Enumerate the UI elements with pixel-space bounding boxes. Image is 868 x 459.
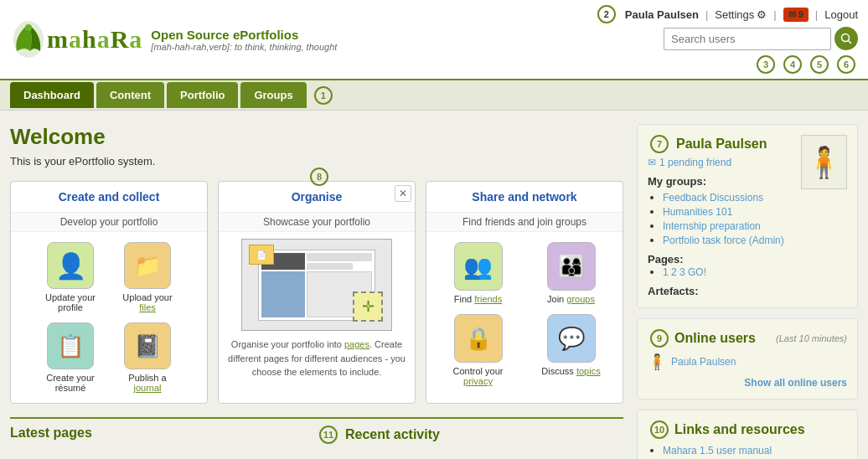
circle-7: 7 — [650, 135, 669, 153]
circle-1: 1 — [314, 86, 333, 105]
nav-tab-dashboard[interactable]: Dashboard — [10, 82, 94, 108]
journal-link[interactable]: journal — [133, 383, 161, 393]
artefacts-heading: Artefacts: — [648, 285, 847, 297]
tagline-title: Open Source ePortfolios — [151, 28, 337, 42]
show-all-area: Show all online users — [648, 376, 847, 389]
pending-friend-link[interactable]: 1 pending friend — [659, 157, 731, 168]
profile-name: Paula Paulsen — [676, 137, 767, 152]
groups-link[interactable]: groups — [566, 294, 595, 304]
files-link[interactable]: files — [139, 302, 156, 312]
circle-row: 3 4 5 6 — [754, 55, 858, 74]
links-resources-heading: Links and resources — [674, 422, 805, 437]
upload-files-label: Upload your files — [114, 292, 181, 312]
circle-9: 9 — [650, 329, 669, 348]
bottom-labels: Latest pages 11 Recent activity — [10, 417, 623, 444]
settings-label: Settings — [715, 8, 754, 21]
inbox-count: 9 — [798, 9, 803, 19]
update-profile-item: 👤 Update yourprofile — [37, 242, 104, 312]
online-users-heading: Online users — [674, 331, 756, 346]
main-content: Welcome This is your ePortfolio system. … — [0, 111, 868, 459]
pages-item-1: 1 2 3 GO! — [663, 266, 847, 278]
user-name: Paula Paulsen — [625, 8, 699, 21]
nav-tab-content[interactable]: Content — [96, 82, 164, 108]
online-user-row: 🧍 Paula Paulsen — [648, 353, 847, 371]
latest-pages-section: Latest pages — [10, 425, 317, 444]
welcome-section: Welcome This is your ePortfolio system. — [10, 124, 623, 168]
find-friends-label: Find friends — [454, 294, 503, 304]
welcome-text: This is your ePortfolio system. — [10, 155, 623, 168]
settings-link[interactable]: Settings ⚙ — [715, 8, 767, 21]
share-title: Share and network — [426, 182, 623, 213]
svg-point-1 — [25, 24, 32, 31]
group-link-4[interactable]: Portfolio task force (Admin) — [663, 235, 784, 246]
organise-preview: ✛ 📄 — [241, 239, 392, 331]
circle-8: 8 — [310, 168, 328, 186]
inbox-icon: ✉ — [788, 9, 796, 20]
tagline-sub: [mah-hah-rah,verb]: to think, thinking, … — [151, 42, 337, 52]
svg-point-2 — [842, 34, 850, 42]
search-button[interactable] — [834, 27, 858, 50]
profile-box-inner: 🧍 7 Paula Paulsen 1 pending friend My gr… — [648, 135, 847, 297]
join-groups-item: 👨‍👩‍👦 Join groups — [530, 242, 612, 304]
last10-label: (Last 10 minutes) — [776, 333, 847, 343]
groups-list: Feedback Discussions Humanities 101 Inte… — [648, 191, 847, 246]
update-profile-label: Update yourprofile — [45, 292, 96, 312]
pages-link-1[interactable]: 1 2 3 GO! — [663, 266, 706, 278]
online-user-link[interactable]: Paula Paulsen — [671, 356, 736, 368]
logo[interactable]: mahaRa — [10, 19, 142, 59]
user-icon: 🧍 — [648, 353, 666, 371]
search-bar: 3 4 5 — [583, 27, 858, 50]
pages-link[interactable]: pages — [344, 339, 369, 349]
settings-icon: ⚙ — [757, 8, 767, 21]
pages-section: Pages: 1 2 3 GO! — [648, 253, 847, 278]
recent-activity-section: 11 Recent activity — [317, 425, 623, 444]
create-collect-content: 👤 Update yourprofile 📁 Upload your files… — [11, 232, 207, 403]
topics-link[interactable]: topics — [576, 366, 601, 376]
friends-link[interactable]: friends — [474, 294, 502, 304]
groups-icon: 👨‍👩‍👦 — [547, 242, 596, 291]
nav-tab-portfolio[interactable]: Portfolio — [167, 82, 238, 108]
online-users-box: 9 Online users (Last 10 minutes) 🧍 Paula… — [637, 318, 858, 400]
circle-2: 2 — [597, 5, 616, 23]
nav-tab-groups[interactable]: Groups — [240, 82, 306, 108]
organise-title: Organise — [219, 182, 415, 213]
group-link-3[interactable]: Internship preparation — [663, 220, 761, 232]
logo-area: mahaRa Open Source ePortfolios [mah-hah-… — [10, 19, 337, 59]
circle-10: 10 — [650, 420, 669, 439]
feature-boxes-wrapper: 8 Create and collect Develop your portfo… — [10, 181, 623, 404]
logo-icon — [10, 19, 47, 59]
organise-box: ✕ Organise Showcase your portfolio — [218, 181, 416, 404]
tagline-area: Open Source ePortfolios [mah-hah-rah,ver… — [151, 28, 337, 52]
logout-link[interactable]: Logout — [824, 8, 858, 21]
search-icon — [840, 33, 852, 44]
share-subtitle: Find friends and join groups — [426, 213, 623, 232]
files-icon: 📁 — [124, 242, 171, 289]
create-resume-label: Create yourrésumé — [46, 373, 94, 393]
upload-files-item: 📁 Upload your files — [114, 242, 181, 312]
group-link-1[interactable]: Feedback Discussions — [663, 192, 763, 204]
pages-list: 1 2 3 GO! — [648, 266, 847, 278]
create-collect-box: Create and collect Develop your portfoli… — [10, 181, 208, 404]
friends-icon: 👥 — [454, 242, 503, 291]
inbox-link[interactable]: ✉ 9 — [783, 8, 809, 22]
group-item-1: Feedback Discussions — [663, 191, 847, 204]
resource-link-1[interactable]: Mahara 1.5 user manual — [663, 445, 772, 456]
group-link-2[interactable]: Humanities 101 — [663, 206, 732, 218]
create-collect-title: Create and collect — [11, 182, 207, 213]
journal-icon: 📓 — [124, 322, 171, 369]
feature-boxes: Create and collect Develop your portfoli… — [10, 181, 623, 404]
control-privacy-label: Control yourprivacy — [453, 366, 504, 386]
privacy-link[interactable]: privacy — [463, 376, 493, 386]
show-all-link[interactable]: Show all online users — [744, 377, 847, 389]
circle-6-vis: 6 — [837, 55, 855, 74]
resume-icon: 📋 — [47, 322, 94, 369]
publish-journal-label: Publish a journal — [114, 373, 181, 393]
right-column: 🧍 7 Paula Paulsen 1 pending friend My gr… — [623, 124, 858, 459]
share-network-box: Share and network Find friends and join … — [426, 181, 623, 404]
search-input[interactable] — [664, 28, 831, 50]
publish-journal-item: 📓 Publish a journal — [114, 322, 181, 393]
create-resume-item: 📋 Create yourrésumé — [37, 322, 104, 393]
close-button[interactable]: ✕ — [395, 185, 411, 202]
group-item-3: Internship preparation — [663, 219, 847, 232]
organise-subtitle: Showcase your portfolio — [219, 213, 415, 232]
